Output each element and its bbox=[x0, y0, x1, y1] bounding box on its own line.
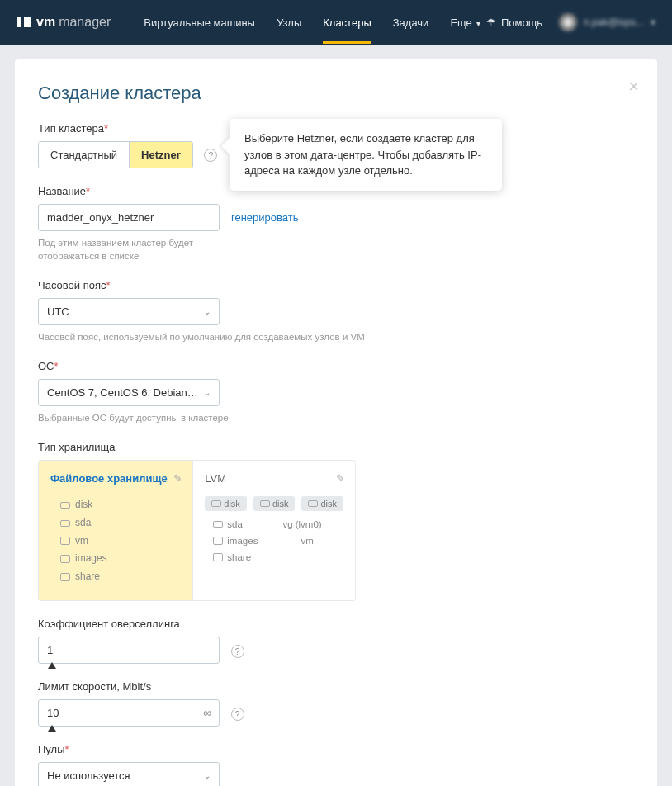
generate-link[interactable]: генерировать bbox=[231, 211, 298, 224]
storage-lvm-card[interactable]: ✎ LVM disk disk disk sda images share vg… bbox=[192, 461, 355, 600]
lvm-disk-badge: disk bbox=[253, 496, 296, 511]
chevron-down-icon: ▾ bbox=[651, 17, 655, 28]
disk-icon bbox=[260, 500, 270, 507]
lvm-layout: sda images share vg (lvm0) vm bbox=[205, 519, 343, 562]
speed-label: Лимит скорости, Mbit/s bbox=[38, 680, 634, 693]
chevron-down-icon: ⌄ bbox=[204, 771, 211, 780]
os-select[interactable]: CentOS 7, CentOS 6, Debian 9, Debi... ⌄ bbox=[38, 379, 220, 406]
pools-select[interactable]: Не используется ⌄ bbox=[38, 762, 220, 786]
type-group: Тип кластера* Стандартный Hetzner ? Выбе… bbox=[38, 122, 634, 168]
type-segmented: Стандартный Hetzner bbox=[38, 141, 193, 168]
storage-label: Тип хранилища bbox=[38, 441, 634, 453]
timezone-label: Часовой пояс* bbox=[38, 279, 634, 291]
close-icon[interactable]: × bbox=[628, 76, 639, 97]
help-icon[interactable]: ? bbox=[231, 708, 244, 721]
folder-icon bbox=[213, 553, 223, 561]
create-cluster-card: × Создание кластера Тип кластера* Станда… bbox=[15, 59, 657, 786]
nav-tasks[interactable]: Задачи bbox=[393, 2, 429, 44]
help-icon[interactable]: ? bbox=[204, 149, 217, 162]
chevron-down-icon: ⌄ bbox=[204, 388, 211, 397]
disk-icon bbox=[211, 500, 221, 507]
lvm-vm-label: vm bbox=[301, 536, 313, 546]
disk-icon bbox=[213, 521, 223, 528]
help-link[interactable]: ☂ Помощь bbox=[486, 17, 542, 29]
pencil-icon[interactable]: ✎ bbox=[336, 472, 345, 485]
folder-icon bbox=[60, 555, 70, 563]
name-hint: Под этим названием кластер будет отображ… bbox=[38, 236, 253, 263]
app-header: vmmanager Виртуальные машины Узлы Класте… bbox=[0, 0, 672, 45]
oversell-group: Коэффициент оверселлинга ? bbox=[38, 618, 634, 664]
disk-icon bbox=[60, 520, 70, 527]
folder-icon bbox=[213, 537, 223, 545]
lvm-vg-label: vg (lvm0) bbox=[282, 519, 321, 529]
storage-file-card[interactable]: ✎ Файловое хранилище disk sda vm images … bbox=[39, 461, 192, 600]
storage-lvm-title: LVM bbox=[205, 472, 343, 485]
pools-group: Пулы* Не используется ⌄ Пулы IP-адресов,… bbox=[38, 743, 634, 786]
lvm-disk-badge: disk bbox=[205, 496, 247, 511]
header-right: ☂ Помощь n.pak@isps... ▾ bbox=[486, 13, 655, 31]
storage-file-title: Файловое хранилище bbox=[50, 472, 181, 485]
os-label: OC* bbox=[38, 360, 634, 372]
nav-more[interactable]: Еще ▾ bbox=[450, 2, 480, 44]
pools-label: Пулы* bbox=[38, 743, 634, 755]
help-icon[interactable]: ? bbox=[231, 645, 244, 658]
pencil-icon[interactable]: ✎ bbox=[173, 472, 182, 485]
timezone-group: Часовой пояс* UTC ⌄ Часовой пояс, исполь… bbox=[38, 279, 634, 343]
storage-file-tree: disk sda vm images share bbox=[50, 496, 181, 585]
disk-icon bbox=[308, 500, 318, 507]
avatar bbox=[559, 13, 577, 31]
folder-icon bbox=[60, 537, 70, 545]
timezone-hint: Часовой пояс, используемый по умолчанию … bbox=[38, 330, 368, 343]
name-input[interactable] bbox=[38, 204, 220, 231]
logo-bold: vm bbox=[36, 15, 55, 30]
lvm-disk-badge: disk bbox=[301, 496, 343, 511]
main-nav: Виртуальные машины Узлы Кластеры Задачи … bbox=[144, 2, 480, 44]
speed-group: Лимит скорости, Mbit/s ∞ ? bbox=[38, 680, 634, 727]
oversell-label: Коэффициент оверселлинга bbox=[38, 618, 634, 630]
oversell-input[interactable] bbox=[38, 637, 220, 664]
nav-clusters[interactable]: Кластеры bbox=[323, 2, 371, 44]
nav-more-label: Еще bbox=[450, 17, 471, 29]
marker-icon bbox=[48, 725, 56, 732]
type-hetzner-button[interactable]: Hetzner bbox=[129, 142, 192, 168]
pools-value: Не используется bbox=[47, 769, 130, 782]
type-standard-button[interactable]: Стандартный bbox=[39, 142, 129, 168]
storage-group: Тип хранилища ✎ Файловое хранилище disk … bbox=[38, 441, 634, 601]
type-tooltip: Выберите Hetzner, если создаете кластер … bbox=[230, 119, 502, 191]
help-label: Помощь bbox=[501, 17, 542, 29]
lvm-disks: disk disk disk bbox=[205, 496, 343, 511]
storage-options: ✎ Файловое хранилище disk sda vm images … bbox=[38, 460, 356, 601]
timezone-select[interactable]: UTC ⌄ bbox=[38, 298, 220, 325]
logo[interactable]: vmmanager bbox=[17, 15, 111, 30]
os-value: CentOS 7, CentOS 6, Debian 9, Debi... bbox=[47, 386, 200, 399]
chevron-down-icon: ▾ bbox=[476, 19, 480, 28]
name-group: Название* генерировать Под этим название… bbox=[38, 185, 634, 263]
timezone-value: UTC bbox=[47, 305, 69, 318]
umbrella-icon: ☂ bbox=[486, 17, 496, 29]
nav-vms[interactable]: Виртуальные машины bbox=[144, 2, 255, 44]
disk-icon bbox=[60, 502, 70, 509]
user-menu[interactable]: n.pak@isps... ▾ bbox=[559, 13, 655, 31]
nav-nodes[interactable]: Узлы bbox=[277, 2, 301, 44]
os-hint: Выбранные ОС будут доступны в кластере bbox=[38, 411, 253, 424]
logo-icon bbox=[17, 17, 31, 27]
os-group: OC* CentOS 7, CentOS 6, Debian 9, Debi..… bbox=[38, 360, 634, 424]
marker-icon bbox=[48, 662, 56, 669]
chevron-down-icon: ⌄ bbox=[204, 307, 211, 316]
user-label: n.pak@isps... bbox=[584, 17, 644, 28]
logo-light: manager bbox=[59, 15, 111, 30]
folder-icon bbox=[60, 573, 70, 581]
speed-input[interactable] bbox=[38, 699, 220, 727]
page-title: Создание кластера bbox=[38, 83, 634, 104]
